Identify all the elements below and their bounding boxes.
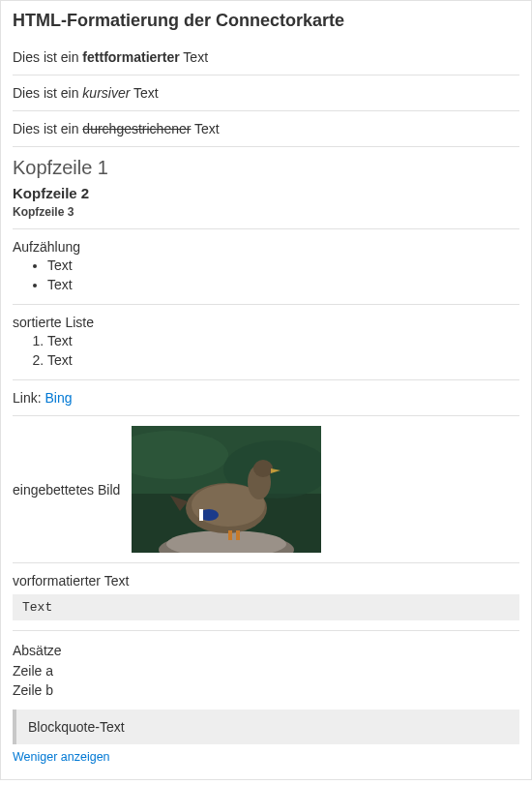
list-item: Text xyxy=(47,257,519,276)
preformatted-label: vorformatierter Text xyxy=(13,573,519,589)
olist-label: sortierte Liste xyxy=(13,315,519,330)
svg-rect-13 xyxy=(236,530,240,540)
header-1: Kopfzeile 1 xyxy=(13,157,519,179)
show-less-link[interactable]: Weniger anzeigen xyxy=(13,744,519,773)
bold-text-row: Dies ist ein fettformatierter Text xyxy=(13,40,519,75)
paragraph-line-a: Zeile a xyxy=(13,661,519,680)
image-row: eingebettetes Bild xyxy=(13,416,519,563)
paragraphs-row: Absätze Zeile a Zeile b xyxy=(13,631,519,700)
bold-post: Text xyxy=(180,49,208,65)
card-title: HTML-Formatierung der Connectorkarte xyxy=(1,1,531,40)
unordered-list: Text Text xyxy=(13,257,519,294)
strike-word: durchgestrichener xyxy=(82,121,191,136)
connector-card: HTML-Formatierung der Connectorkarte Die… xyxy=(0,0,532,780)
header-2: Kopfzeile 2 xyxy=(13,185,519,201)
ordered-list: Text Text xyxy=(13,332,519,370)
paragraph-line-b: Zeile b xyxy=(13,680,519,700)
ulist-label: Aufzählung xyxy=(13,239,519,255)
image-label: eingebettetes Bild xyxy=(13,482,120,498)
paragraphs-label: Absätze xyxy=(13,641,519,660)
svg-point-11 xyxy=(253,460,273,477)
duck-icon xyxy=(132,426,321,553)
link-row: Link: Bing xyxy=(13,380,519,416)
unordered-list-row: Aufzählung Text Text xyxy=(13,229,519,305)
ordered-list-row: sortierte Liste Text Text xyxy=(13,305,519,380)
blockquote: Blockquote-Text xyxy=(13,710,519,744)
strike-pre: Dies ist ein xyxy=(13,121,82,136)
link-label: Link: xyxy=(13,390,44,406)
italic-word: kursiver xyxy=(82,85,130,101)
list-item: Text xyxy=(47,351,519,371)
strike-post: Text xyxy=(191,121,219,136)
preformatted-block: Text xyxy=(13,594,519,620)
svg-rect-12 xyxy=(228,530,232,540)
italic-text-row: Dies ist ein kursiver Text xyxy=(13,75,519,111)
header-3: Kopfzeile 3 xyxy=(13,205,519,219)
embedded-image xyxy=(132,426,321,553)
link-bing[interactable]: Bing xyxy=(44,390,72,406)
bold-pre: Dies ist ein xyxy=(13,49,82,65)
italic-post: Text xyxy=(130,85,158,101)
svg-rect-9 xyxy=(199,509,203,521)
card-content: Dies ist ein fettformatierter Text Dies … xyxy=(1,40,531,779)
bold-word: fettformatierter xyxy=(82,49,179,65)
list-item: Text xyxy=(47,276,519,295)
italic-pre: Dies ist ein xyxy=(13,85,82,101)
preformatted-row: vorformatierter Text Text xyxy=(13,563,519,631)
strike-text-row: Dies ist ein durchgestrichener Text xyxy=(13,111,519,147)
headers-row: Kopfzeile 1 Kopfzeile 2 Kopfzeile 3 xyxy=(13,147,519,229)
list-item: Text xyxy=(47,332,519,351)
